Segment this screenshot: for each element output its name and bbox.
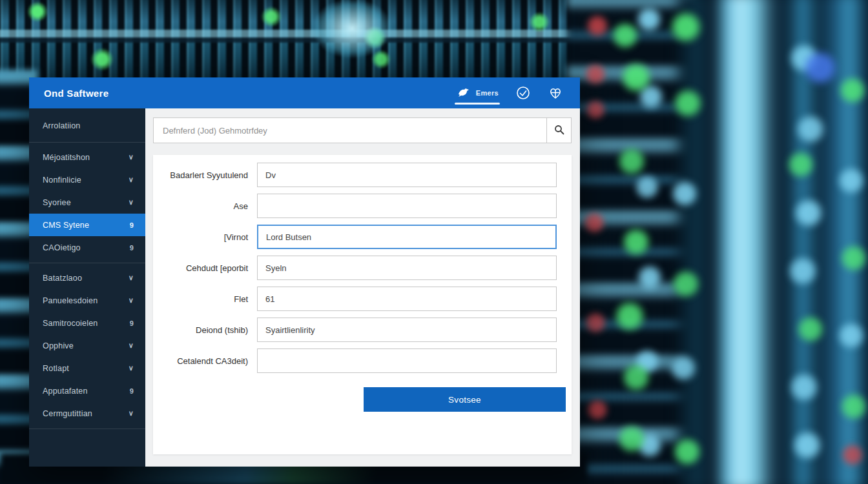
chevron-down-icon: ∨ [129, 364, 134, 372]
sidebar-item-mejoatitshon[interactable]: Méjoatitshon ∨ [29, 146, 145, 168]
badge: 9 [130, 244, 134, 252]
form-row: Cehdudt [eporbit [158, 256, 557, 280]
sidebar-item-label: Nonfinlicie [43, 176, 81, 185]
sidebar-item-label: Opphive [43, 341, 74, 350]
sidebar-item-arrolatiion[interactable]: Arrolatiion [29, 114, 145, 138]
field-input-0[interactable] [257, 163, 557, 187]
chevron-down-icon: ∨ [129, 341, 134, 350]
field-label: Ase [158, 201, 248, 211]
field-input-1[interactable] [257, 194, 557, 218]
field-label: [Virnot [158, 232, 248, 242]
sidebar-item-cermgutittian[interactable]: Cermgutittian ∨ [29, 402, 145, 425]
heart-icon[interactable] [548, 85, 563, 101]
server-rack-photo-top [0, 0, 594, 83]
screen: Ond Saftwere Emers [0, 0, 868, 484]
badge: 9 [130, 319, 134, 327]
chevron-down-icon: ∨ [129, 274, 134, 282]
sidebar-item-caoietigo[interactable]: CAOietigo 9 [29, 236, 145, 259]
sidebar-item-cms-sytene[interactable]: CMS Sytene 9 [29, 214, 145, 236]
search-input[interactable] [154, 118, 546, 143]
form-row: Ase [158, 194, 557, 218]
form-row: Deiond (tshib) [158, 318, 557, 342]
header-nav-active[interactable]: Emers [456, 77, 499, 108]
chevron-down-icon: ∨ [129, 176, 134, 184]
server-rack-photo-right [678, 0, 868, 484]
chevron-down-icon: ∨ [129, 198, 134, 207]
sidebar-item-label: Batatzlaoo [43, 274, 82, 283]
sidebar-item-apputafaten[interactable]: Apputafaten 9 [29, 379, 145, 402]
form-row: Badarlert Syyutulend [158, 163, 557, 187]
sidebar-item-syoriee[interactable]: Syoriee ∨ [29, 191, 145, 214]
app-header: Ond Saftwere Emers [29, 77, 580, 108]
bird-icon [456, 85, 471, 101]
sidebar-item-label: Panuelesdoien [43, 296, 98, 305]
sidebar-item-label: Méjoatitshon [43, 153, 90, 162]
field-input-3[interactable] [257, 256, 557, 280]
header-nav-label: Emers [476, 89, 499, 97]
chevron-down-icon: ∨ [129, 296, 134, 305]
field-label: Cetalendt CA3deit) [158, 356, 248, 366]
sidebar-item-samitrocoielen[interactable]: Samitrocoielen 9 [29, 312, 145, 334]
field-label: Cehdudt [eporbit [158, 263, 248, 273]
field-label: Flet [158, 294, 248, 304]
sidebar-divider [29, 142, 145, 143]
field-input-4[interactable] [257, 287, 557, 311]
sidebar-item-label: Samitrocoielen [43, 319, 98, 328]
main-panel: Badarlert Syyutulend Ase [Virnot Cehdudt… [145, 108, 580, 467]
sidebar-item-label: Syoriee [43, 198, 71, 207]
circle-check-icon[interactable] [515, 85, 531, 101]
sidebar-item-label: CAOietigo [43, 243, 81, 252]
field-input-5[interactable] [257, 318, 557, 342]
sidebar-item-opphive[interactable]: Opphive ∨ [29, 334, 145, 357]
app-window: Ond Saftwere Emers [29, 77, 580, 467]
chevron-down-icon: ∨ [129, 153, 134, 161]
header-actions: Emers [456, 77, 563, 108]
form-card: Badarlert Syyutulend Ase [Virnot Cehdudt… [153, 155, 572, 454]
sidebar-item-label: CMS Sytene [43, 221, 89, 230]
field-label: Deiond (tshib) [158, 325, 248, 335]
form-row: Flet [158, 287, 557, 311]
submit-row: Svotsee [158, 387, 557, 412]
badge: 9 [130, 387, 134, 395]
sidebar-item-label: Rotlapt [43, 364, 69, 373]
field-input-2[interactable] [257, 225, 557, 249]
sidebar-item-panuelesdoien[interactable]: Panuelesdoien ∨ [29, 289, 145, 312]
sidebar-item-batatzlaoo[interactable]: Batatzlaoo ∨ [29, 267, 145, 289]
search-button[interactable] [546, 118, 571, 143]
server-rack-photo-mid [567, 0, 694, 484]
app-title: Ond Saftwere [44, 88, 108, 99]
sidebar: Arrolatiion Méjoatitshon ∨ Nonfinlicie ∨… [29, 108, 145, 467]
search-icon [554, 125, 564, 137]
sidebar-item-label: Arrolatiion [43, 121, 80, 130]
form-row: Cetalendt CA3deit) [158, 348, 557, 373]
sidebar-item-label: Cermgutittian [43, 409, 92, 418]
sidebar-item-rotlapt[interactable]: Rotlapt ∨ [29, 357, 145, 379]
sidebar-divider [29, 429, 145, 429]
field-label: Badarlert Syyutulend [158, 170, 248, 180]
sidebar-divider [29, 263, 145, 263]
badge: 9 [130, 221, 134, 229]
field-input-6[interactable] [257, 348, 557, 373]
chevron-down-icon: ∨ [129, 409, 134, 418]
sidebar-item-nonfinlicie[interactable]: Nonfinlicie ∨ [29, 168, 145, 191]
sidebar-item-label: Apputafaten [43, 387, 88, 396]
submit-button[interactable]: Svotsee [364, 387, 566, 412]
search-bar [153, 117, 572, 143]
form-row: [Virnot [158, 225, 557, 249]
active-tab-underline [455, 103, 500, 105]
